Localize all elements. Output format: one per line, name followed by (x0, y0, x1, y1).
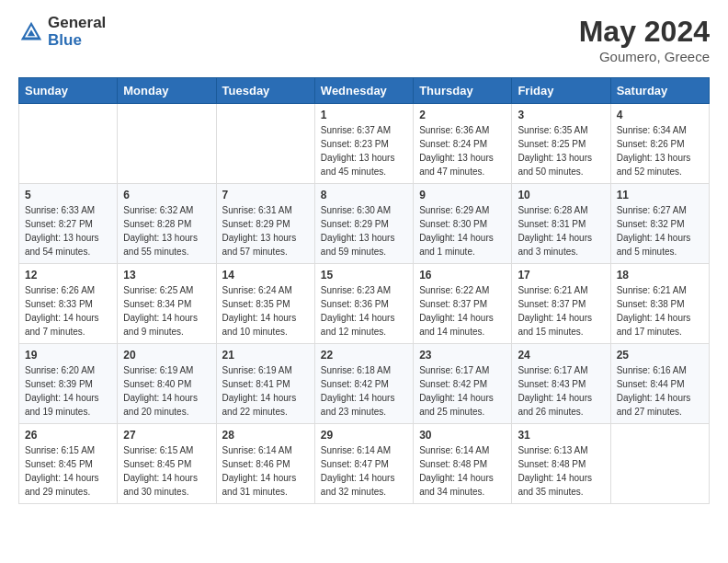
day-info: Sunrise: 6:13 AMSunset: 8:48 PMDaylight:… (518, 443, 604, 499)
day-info: Sunrise: 6:15 AMSunset: 8:45 PMDaylight:… (123, 443, 210, 499)
calendar-cell: 12Sunrise: 6:26 AMSunset: 8:33 PMDayligh… (19, 264, 118, 344)
calendar-cell: 9Sunrise: 6:29 AMSunset: 8:30 PMDaylight… (414, 184, 512, 264)
calendar-cell: 19Sunrise: 6:20 AMSunset: 8:39 PMDayligh… (19, 344, 118, 424)
day-number: 11 (617, 189, 703, 201)
day-number: 24 (518, 349, 604, 362)
day-info: Sunrise: 6:14 AMSunset: 8:47 PMDaylight:… (321, 443, 407, 499)
day-info: Sunrise: 6:23 AMSunset: 8:36 PMDaylight:… (321, 283, 407, 339)
calendar-cell: 16Sunrise: 6:22 AMSunset: 8:37 PMDayligh… (414, 264, 512, 344)
calendar-cell: 15Sunrise: 6:23 AMSunset: 8:36 PMDayligh… (314, 264, 413, 344)
calendar-cell: 28Sunrise: 6:14 AMSunset: 8:46 PMDayligh… (216, 424, 314, 504)
day-number: 6 (123, 189, 210, 201)
day-number: 21 (222, 349, 309, 362)
week-row-5: 26Sunrise: 6:15 AMSunset: 8:45 PMDayligh… (19, 424, 710, 504)
day-info: Sunrise: 6:35 AMSunset: 8:25 PMDaylight:… (518, 123, 604, 178)
logo-text: General Blue (48, 15, 106, 49)
day-info: Sunrise: 6:31 AMSunset: 8:29 PMDaylight:… (222, 203, 309, 259)
day-number: 30 (419, 429, 506, 442)
weekday-header-friday: Friday (512, 78, 610, 104)
day-number: 1 (321, 109, 407, 121)
day-info: Sunrise: 6:17 AMSunset: 8:43 PMDaylight:… (518, 363, 604, 419)
calendar-cell: 11Sunrise: 6:27 AMSunset: 8:32 PMDayligh… (610, 184, 709, 264)
calendar-cell: 18Sunrise: 6:21 AMSunset: 8:38 PMDayligh… (610, 264, 709, 344)
day-number: 19 (25, 349, 111, 362)
calendar-cell: 7Sunrise: 6:31 AMSunset: 8:29 PMDaylight… (216, 184, 314, 264)
calendar-cell: 3Sunrise: 6:35 AMSunset: 8:25 PMDaylight… (512, 104, 610, 184)
day-info: Sunrise: 6:21 AMSunset: 8:38 PMDaylight:… (617, 283, 703, 339)
logo-blue: Blue (48, 32, 106, 50)
day-info: Sunrise: 6:27 AMSunset: 8:32 PMDaylight:… (617, 203, 703, 259)
day-info: Sunrise: 6:24 AMSunset: 8:35 PMDaylight:… (222, 283, 309, 339)
weekday-header-thursday: Thursday (414, 78, 512, 104)
day-number: 26 (25, 429, 111, 442)
day-info: Sunrise: 6:21 AMSunset: 8:37 PMDaylight:… (518, 283, 604, 339)
day-number: 22 (321, 349, 407, 362)
calendar-cell: 31Sunrise: 6:13 AMSunset: 8:48 PMDayligh… (512, 424, 610, 504)
day-number: 2 (419, 109, 506, 121)
calendar-cell (216, 104, 314, 184)
day-number: 7 (222, 189, 309, 201)
weekday-header-sunday: Sunday (19, 78, 118, 104)
day-info: Sunrise: 6:20 AMSunset: 8:39 PMDaylight:… (25, 363, 111, 419)
day-info: Sunrise: 6:15 AMSunset: 8:45 PMDaylight:… (25, 443, 111, 499)
day-number: 25 (617, 349, 703, 362)
day-info: Sunrise: 6:29 AMSunset: 8:30 PMDaylight:… (419, 203, 506, 259)
day-info: Sunrise: 6:16 AMSunset: 8:44 PMDaylight:… (617, 363, 703, 419)
calendar-cell: 25Sunrise: 6:16 AMSunset: 8:44 PMDayligh… (610, 344, 709, 424)
calendar: SundayMondayTuesdayWednesdayThursdayFrid… (18, 77, 710, 504)
day-number: 15 (321, 269, 407, 282)
calendar-cell: 10Sunrise: 6:28 AMSunset: 8:31 PMDayligh… (512, 184, 610, 264)
day-number: 18 (617, 269, 703, 282)
day-number: 31 (518, 429, 604, 442)
calendar-cell: 1Sunrise: 6:37 AMSunset: 8:23 PMDaylight… (314, 104, 413, 184)
logo-icon (18, 19, 44, 45)
title-month: May 2024 (579, 15, 710, 49)
calendar-cell (19, 104, 118, 184)
calendar-cell: 24Sunrise: 6:17 AMSunset: 8:43 PMDayligh… (512, 344, 610, 424)
calendar-cell (118, 104, 216, 184)
calendar-cell: 8Sunrise: 6:30 AMSunset: 8:29 PMDaylight… (314, 184, 413, 264)
calendar-cell: 20Sunrise: 6:19 AMSunset: 8:40 PMDayligh… (118, 344, 216, 424)
day-number: 16 (419, 269, 506, 282)
day-number: 27 (123, 429, 210, 442)
calendar-cell (610, 424, 709, 504)
day-info: Sunrise: 6:18 AMSunset: 8:42 PMDaylight:… (321, 363, 407, 419)
calendar-cell: 22Sunrise: 6:18 AMSunset: 8:42 PMDayligh… (314, 344, 413, 424)
day-number: 28 (222, 429, 309, 442)
weekday-header-saturday: Saturday (610, 78, 709, 104)
calendar-cell: 6Sunrise: 6:32 AMSunset: 8:28 PMDaylight… (118, 184, 216, 264)
logo-general: General (48, 15, 106, 32)
calendar-cell: 30Sunrise: 6:14 AMSunset: 8:48 PMDayligh… (414, 424, 512, 504)
day-info: Sunrise: 6:30 AMSunset: 8:29 PMDaylight:… (321, 203, 407, 259)
day-number: 5 (25, 189, 111, 201)
day-info: Sunrise: 6:14 AMSunset: 8:48 PMDaylight:… (419, 443, 506, 499)
day-number: 10 (518, 189, 604, 201)
page: General Blue May 2024 Goumero, Greece Su… (0, 0, 728, 519)
day-info: Sunrise: 6:36 AMSunset: 8:24 PMDaylight:… (419, 123, 506, 178)
day-info: Sunrise: 6:19 AMSunset: 8:40 PMDaylight:… (123, 363, 210, 419)
day-info: Sunrise: 6:33 AMSunset: 8:27 PMDaylight:… (25, 203, 111, 259)
day-number: 13 (123, 269, 210, 282)
day-info: Sunrise: 6:14 AMSunset: 8:46 PMDaylight:… (222, 443, 309, 499)
weekday-header-monday: Monday (118, 78, 216, 104)
header: General Blue May 2024 Goumero, Greece (18, 15, 710, 64)
day-info: Sunrise: 6:28 AMSunset: 8:31 PMDaylight:… (518, 203, 604, 259)
day-number: 17 (518, 269, 604, 282)
day-info: Sunrise: 6:25 AMSunset: 8:34 PMDaylight:… (123, 283, 210, 339)
day-number: 14 (222, 269, 309, 282)
day-number: 12 (25, 269, 111, 282)
week-row-4: 19Sunrise: 6:20 AMSunset: 8:39 PMDayligh… (19, 344, 710, 424)
day-info: Sunrise: 6:22 AMSunset: 8:37 PMDaylight:… (419, 283, 506, 339)
calendar-cell: 23Sunrise: 6:17 AMSunset: 8:42 PMDayligh… (414, 344, 512, 424)
day-info: Sunrise: 6:19 AMSunset: 8:41 PMDaylight:… (222, 363, 309, 419)
day-number: 9 (419, 189, 506, 201)
day-number: 23 (419, 349, 506, 362)
calendar-cell: 5Sunrise: 6:33 AMSunset: 8:27 PMDaylight… (19, 184, 118, 264)
weekday-header-wednesday: Wednesday (314, 78, 413, 104)
day-info: Sunrise: 6:17 AMSunset: 8:42 PMDaylight:… (419, 363, 506, 419)
calendar-cell: 27Sunrise: 6:15 AMSunset: 8:45 PMDayligh… (118, 424, 216, 504)
calendar-cell: 21Sunrise: 6:19 AMSunset: 8:41 PMDayligh… (216, 344, 314, 424)
day-info: Sunrise: 6:34 AMSunset: 8:26 PMDaylight:… (617, 123, 703, 178)
calendar-cell: 4Sunrise: 6:34 AMSunset: 8:26 PMDaylight… (610, 104, 709, 184)
calendar-cell: 26Sunrise: 6:15 AMSunset: 8:45 PMDayligh… (19, 424, 118, 504)
